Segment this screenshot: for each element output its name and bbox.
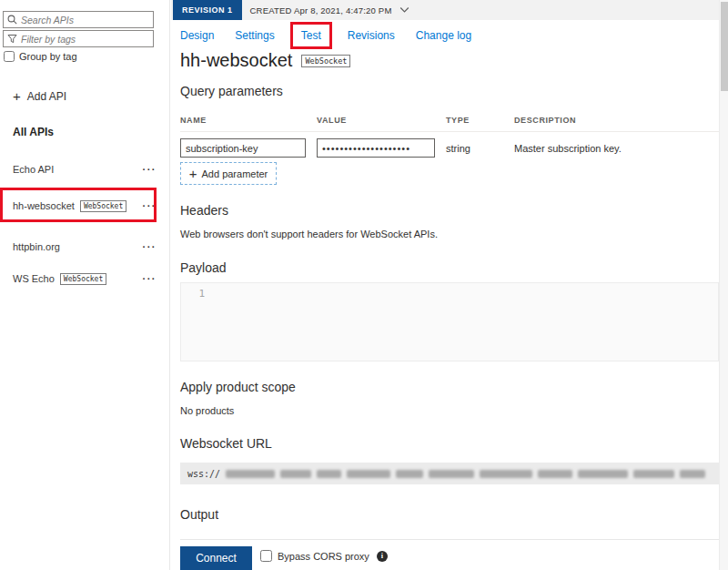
- sidebar: Group by tag + Add API All APIs Echo API…: [0, 0, 170, 570]
- output-heading: Output: [180, 507, 218, 522]
- redacted-url-segment: [480, 470, 532, 478]
- query-parameters-table: NAME VALUE TYPE DESCRIPTION string Maste…: [180, 116, 719, 158]
- product-scope-message: No products: [180, 405, 234, 416]
- table-header-row: NAME VALUE TYPE DESCRIPTION: [180, 116, 719, 132]
- api-item-label: httpbin.org: [13, 241, 60, 252]
- more-options-icon[interactable]: ···: [143, 200, 157, 211]
- created-text: CREATED Apr 8, 2021, 4:47:20 PM: [250, 5, 392, 15]
- redacted-url-segment: [578, 470, 628, 478]
- tab-change-log[interactable]: Change log: [416, 29, 471, 42]
- info-icon[interactable]: i: [377, 551, 388, 562]
- headers-message: Web browsers don't support headers for W…: [180, 229, 438, 239]
- api-item-label: WS Echo: [13, 273, 55, 284]
- redacted-url-segment: [538, 470, 572, 478]
- api-item-label: hh-websocket: [13, 200, 75, 211]
- title-row: hh-websocket WebSocket: [180, 50, 350, 71]
- bypass-cors-checkbox[interactable]: [260, 550, 272, 562]
- tab-settings[interactable]: Settings: [235, 29, 274, 42]
- search-apis-input[interactable]: [21, 15, 149, 25]
- api-tabs: Design Settings Test Revisions Change lo…: [180, 24, 471, 47]
- url-prefix: wss://: [187, 469, 220, 479]
- bypass-cors-row: Bypass CORS proxy i: [260, 550, 388, 562]
- product-scope-heading: Apply product scope: [180, 380, 296, 394]
- chevron-down-icon[interactable]: [399, 6, 410, 14]
- group-by-tag-checkbox-input[interactable]: [4, 51, 15, 62]
- sidebar-item-httpbin[interactable]: httpbin.org ···: [13, 238, 157, 256]
- payload-heading: Payload: [180, 260, 227, 275]
- column-header-description: DESCRIPTION: [514, 116, 719, 125]
- redacted-url-segment: [680, 470, 705, 478]
- filter-icon: [7, 34, 17, 44]
- footer-divider: [180, 539, 719, 540]
- search-icon: [7, 15, 17, 25]
- group-by-tag-label: Group by tag: [19, 51, 77, 62]
- vertical-scrollbar[interactable]: [719, 0, 728, 570]
- revision-badge: REVISION 1: [173, 0, 242, 20]
- bypass-cors-label: Bypass CORS proxy: [278, 551, 369, 562]
- websocket-url-bar: wss://: [180, 463, 719, 484]
- more-options-icon[interactable]: ···: [143, 241, 157, 252]
- redacted-url-segment: [633, 470, 674, 478]
- filter-tags-input[interactable]: [21, 34, 149, 45]
- plus-icon: +: [13, 89, 21, 103]
- editor-gutter: 1: [181, 283, 212, 361]
- column-header-name: NAME: [180, 116, 317, 125]
- line-number: 1: [181, 283, 212, 300]
- app-root: Group by tag + Add API All APIs Echo API…: [0, 0, 728, 570]
- add-parameter-label: Add parameter: [202, 168, 268, 179]
- search-apis-box[interactable]: [3, 11, 154, 28]
- param-value-input[interactable]: [317, 138, 435, 158]
- redacted-url-segment: [429, 470, 474, 478]
- all-apis-heading: All APIs: [13, 126, 54, 138]
- column-header-value: VALUE: [317, 116, 446, 125]
- sidebar-item-echo-api[interactable]: Echo API ···: [13, 160, 157, 178]
- revision-topbar: REVISION 1 CREATED Apr 8, 2021, 4:47:20 …: [171, 0, 728, 20]
- websocket-url-heading: Websocket URL: [180, 436, 272, 451]
- plus-icon: +: [189, 167, 197, 180]
- api-item-label: Echo API: [13, 164, 54, 175]
- filter-tags-box[interactable]: [3, 30, 154, 47]
- param-name-input[interactable]: [180, 138, 306, 158]
- add-api-button[interactable]: + Add API: [13, 89, 66, 103]
- more-options-icon[interactable]: ···: [143, 164, 157, 175]
- redacted-url-segment: [396, 470, 423, 478]
- redacted-url-segment: [280, 470, 311, 478]
- param-type-cell: string: [446, 143, 514, 154]
- column-header-type: TYPE: [446, 116, 514, 125]
- tab-design[interactable]: Design: [180, 29, 214, 42]
- table-row: string Master subscription key.: [180, 138, 719, 158]
- scrollbar-thumb[interactable]: [721, 2, 728, 91]
- redacted-url-segment: [226, 470, 275, 478]
- redacted-url-segment: [317, 470, 341, 478]
- add-api-label: Add API: [27, 90, 66, 103]
- tab-test[interactable]: Test: [290, 22, 332, 49]
- page-title: hh-websocket: [180, 50, 292, 71]
- add-parameter-button[interactable]: + Add parameter: [180, 162, 277, 185]
- group-by-tag-checkbox[interactable]: Group by tag: [4, 51, 77, 62]
- websocket-badge: WebSocket: [80, 200, 126, 212]
- param-description-cell: Master subscription key.: [514, 143, 719, 154]
- query-parameters-heading: Query parameters: [180, 84, 283, 98]
- sidebar-item-ws-echo[interactable]: WS Echo WebSocket ···: [13, 270, 157, 288]
- tab-revisions[interactable]: Revisions: [348, 29, 395, 42]
- payload-editor[interactable]: 1: [180, 282, 719, 361]
- connect-button[interactable]: Connect: [180, 546, 252, 570]
- redacted-url-segment: [347, 470, 390, 478]
- websocket-badge: WebSocket: [301, 55, 350, 67]
- websocket-badge: WebSocket: [60, 273, 106, 285]
- more-options-icon[interactable]: ···: [143, 273, 157, 284]
- sidebar-item-hh-websocket[interactable]: hh-websocket WebSocket ···: [13, 197, 157, 215]
- headers-heading: Headers: [180, 203, 228, 218]
